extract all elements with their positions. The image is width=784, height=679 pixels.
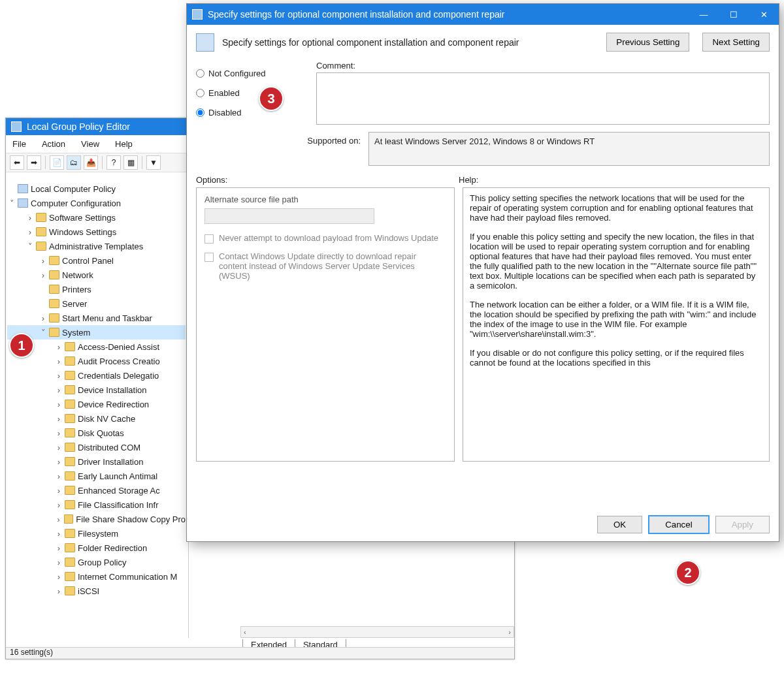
- folder-icon: [65, 572, 75, 581]
- tree-item[interactable]: ›Filesystem: [7, 526, 186, 541]
- folder-icon: [65, 558, 75, 567]
- tree-item[interactable]: ›Early Launch Antimal: [7, 469, 186, 483]
- callout-3: 3: [259, 86, 284, 111]
- options-panel: Alternate source file path Never attempt…: [196, 187, 455, 462]
- menu-action[interactable]: Action: [35, 137, 72, 151]
- folder-icon: [65, 457, 75, 466]
- tree-item[interactable]: ›Device Redirection: [7, 397, 186, 411]
- gpedit-icon: [11, 121, 22, 132]
- folder-icon: [65, 443, 75, 452]
- show-button[interactable]: 🗂: [67, 155, 81, 170]
- tree-item[interactable]: ›Device Installation: [7, 383, 186, 397]
- close-button[interactable]: ✕: [749, 4, 779, 25]
- radio-disabled[interactable]: Disabled: [196, 103, 301, 122]
- hscrollbar[interactable]: ‹›: [240, 626, 514, 638]
- tree-computer-config[interactable]: ˅Computer Configuration: [7, 196, 186, 210]
- options-label: Options:: [196, 175, 459, 185]
- help-text: The network location can be either a fol…: [470, 300, 762, 339]
- folder-icon: [65, 414, 75, 423]
- tree-item[interactable]: ›Start Menu and Taskbar: [7, 311, 186, 325]
- tree-root[interactable]: Local Computer Policy: [7, 182, 186, 196]
- folder-icon: [65, 486, 75, 495]
- help-label: Help:: [459, 175, 478, 185]
- scroll-left-icon[interactable]: ‹: [244, 628, 246, 636]
- forward-button[interactable]: ➡: [27, 155, 41, 170]
- supported-on-box: At least Windows Server 2012, Windows 8 …: [368, 132, 770, 166]
- dialog-icon: [192, 9, 203, 20]
- checkbox-icon: [204, 253, 214, 262]
- separator: [102, 156, 103, 169]
- dialog-titlebar[interactable]: Specify settings for optional component …: [187, 4, 779, 25]
- tree-item[interactable]: ›Disk NV Cache: [7, 411, 186, 426]
- tree-pane[interactable]: Local Computer Policy ˅Computer Configur…: [6, 179, 189, 638]
- alt-path-input[interactable]: [204, 208, 374, 224]
- folder-icon: [49, 313, 59, 323]
- folder-icon: [49, 285, 59, 294]
- tree: Local Computer Policy ˅Computer Configur…: [6, 179, 188, 601]
- ok-button[interactable]: OK: [597, 516, 642, 533]
- checkbox-contact-wu[interactable]: Contact Windows Update directly to downl…: [204, 251, 446, 281]
- cancel-button[interactable]: Cancel: [649, 516, 709, 533]
- tree-item[interactable]: ›iSCSI: [7, 584, 186, 598]
- folder-icon: [49, 256, 59, 265]
- folder-icon: [36, 242, 46, 251]
- tree-item[interactable]: Server: [7, 296, 186, 311]
- tree-item[interactable]: ›File Classification Infr: [7, 497, 186, 512]
- back-button[interactable]: ⬅: [10, 155, 24, 170]
- folder-icon: [65, 471, 75, 481]
- maximize-button[interactable]: ☐: [719, 4, 749, 25]
- folder-icon: [65, 586, 75, 595]
- tree-item[interactable]: ›Network: [7, 268, 186, 282]
- folder-icon: [49, 328, 59, 337]
- apply-button: Apply: [715, 516, 770, 533]
- tree-item[interactable]: ›Group Policy: [7, 555, 186, 569]
- computer-icon: [18, 198, 28, 208]
- tree-item[interactable]: ›Credentials Delegatio: [7, 368, 186, 383]
- tree-item[interactable]: ›Folder Redirection: [7, 541, 186, 555]
- tree-item[interactable]: ›Enhanced Storage Ac: [7, 483, 186, 497]
- previous-setting-button[interactable]: Previous Setting: [606, 33, 689, 52]
- tree-item[interactable]: ›Control Panel: [7, 253, 186, 268]
- menu-help[interactable]: Help: [108, 137, 139, 151]
- tree-item[interactable]: ›Distributed COM: [7, 440, 186, 454]
- tree-item[interactable]: ›Windows Settings: [7, 225, 186, 239]
- gpedit-title-text: Local Group Policy Editor: [27, 121, 130, 132]
- tree-item[interactable]: ›Audit Process Creatio: [7, 354, 186, 368]
- next-setting-button[interactable]: Next Setting: [702, 33, 770, 52]
- tree-item[interactable]: ›Software Settings: [7, 210, 186, 225]
- help-button[interactable]: ?: [106, 155, 121, 170]
- status-bar: 16 setting(s): [6, 647, 514, 659]
- state-radios: Not Configured Enabled Disabled: [196, 61, 301, 122]
- tree-item[interactable]: ›File Share Shadow Copy Pro: [7, 512, 186, 526]
- tree-item[interactable]: ›Access-Denied Assist: [7, 340, 186, 354]
- tree-item[interactable]: ›Driver Installation: [7, 454, 186, 469]
- scroll-right-icon[interactable]: ›: [508, 628, 511, 636]
- comment-textarea[interactable]: [316, 72, 770, 125]
- export-button[interactable]: 📤: [84, 155, 98, 170]
- menu-file[interactable]: File: [6, 137, 33, 151]
- properties-button[interactable]: ▦: [123, 155, 138, 170]
- minimize-button[interactable]: —: [689, 4, 719, 25]
- tree-item[interactable]: ›Internet Communication M: [7, 569, 186, 584]
- menu-view[interactable]: View: [74, 137, 106, 151]
- up-button[interactable]: 📄: [50, 155, 64, 170]
- help-panel[interactable]: This policy setting specifies the networ…: [463, 187, 770, 462]
- checkbox-never-download[interactable]: Never attempt to download payload from W…: [204, 233, 446, 244]
- folder-icon: [65, 356, 75, 366]
- folder-icon: [36, 213, 46, 222]
- tree-adm-templates[interactable]: ˅Administrative Templates: [7, 239, 186, 253]
- folder-icon: [49, 270, 59, 279]
- folder-icon: [36, 227, 46, 236]
- tree-item[interactable]: ›Disk Quotas: [7, 426, 186, 440]
- radio-enabled[interactable]: Enabled: [196, 83, 301, 103]
- radio-not-configured[interactable]: Not Configured: [196, 63, 301, 83]
- folder-icon: [65, 385, 75, 394]
- tree-system[interactable]: ˅System: [7, 325, 186, 340]
- policy-setting-icon: [196, 33, 214, 52]
- filter-button[interactable]: ▼: [146, 155, 161, 170]
- tree-item[interactable]: Printers: [7, 282, 186, 296]
- folder-icon: [65, 500, 75, 509]
- folder-icon: [65, 529, 75, 538]
- folder-icon: [65, 543, 75, 552]
- dialog-title-text: Specify settings for optional component …: [208, 9, 689, 20]
